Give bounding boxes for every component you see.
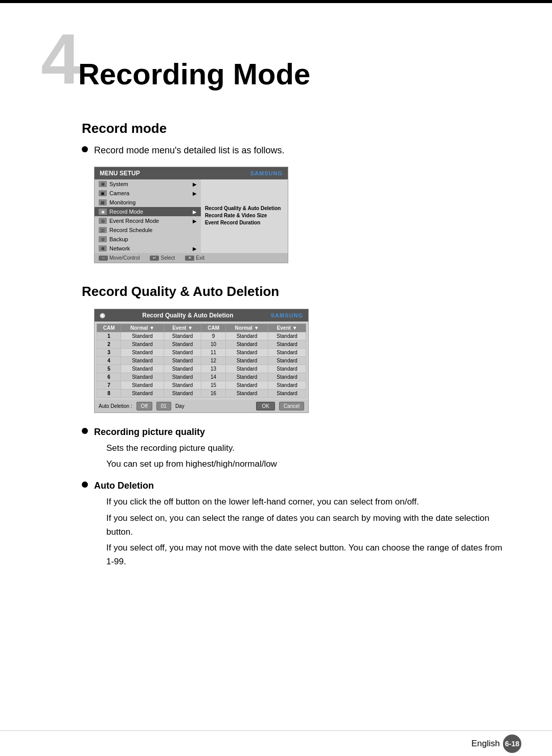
col-cam2: CAM (201, 324, 225, 332)
bullet-auto-line2: If you select on, you can select the ran… (106, 511, 511, 539)
table-row: 3 Standard Standard 11 Standard Standard (97, 349, 306, 357)
col-event1: Event ▼ (164, 324, 201, 332)
quality-footer: Auto Deletion : Off 01 Day OK Cancel (95, 400, 308, 413)
bullet-auto-line1: If you click the off button on the lower… (106, 495, 511, 509)
col-normal2: Normal ▼ (225, 324, 268, 332)
arrow-camera: ▶ (193, 191, 197, 196)
menu-item-record-mode: ◉ Record Mode ▶ (95, 207, 201, 216)
bullet-quality-content: Recording picture quality Sets the recor… (94, 425, 277, 471)
submenu-item-1: Record Quality & Auto Deletion (205, 205, 284, 211)
bullet-dot (82, 146, 88, 152)
quality-header: ◉ Record Quality & Auto Deletion SAMSUNG (95, 309, 308, 322)
col-event2: Event ▼ (268, 324, 306, 332)
table-row: 2 Standard Standard 10 Standard Standard (97, 340, 306, 349)
section1-title: Record mode (82, 121, 511, 136)
bullet-quality-line2: You can set up from highest/high/normal/… (106, 457, 277, 471)
menu-item-backup: ⊙ Backup (95, 235, 201, 244)
ok-button[interactable]: OK (256, 402, 274, 410)
bullet-dot-auto (82, 482, 88, 488)
page-info: English 6-18 (471, 735, 521, 753)
monitor-icon: ▤ (99, 199, 107, 205)
bullet-auto-line3: If you select off, you may not move with… (106, 541, 511, 568)
chapter-title: Recording Mode (78, 59, 310, 89)
bullet-auto-title: Auto Deletion (94, 479, 511, 493)
move-control-icon: ↔ (99, 256, 108, 261)
table-row: 8 Standard Standard 16 Standard Standard (97, 390, 306, 398)
arrow-network: ▶ (193, 246, 197, 251)
samsung-logo: SAMSUNG (250, 170, 283, 176)
col-cam1: CAM (97, 324, 121, 332)
submenu-item-2: Record Rate & Video Size (205, 213, 284, 218)
page-badge: 6-18 (503, 735, 521, 753)
cancel-button[interactable]: Cancel (279, 402, 304, 410)
quality-header-icon: ◉ (100, 312, 105, 319)
menu-item-network: ⊞ Network ▶ (95, 244, 201, 253)
event-record-icon: ◎ (99, 218, 107, 224)
menu-setup-screenshot: MENU SETUP SAMSUNG ⊞ System ▶ ▣ Camera ▶ (94, 167, 288, 263)
network-icon: ⊞ (99, 245, 107, 251)
bullet-quality-line1: Sets the recording picture quality. (106, 441, 277, 455)
quality-header-title: Record Quality & Auto Deletion (142, 312, 233, 319)
table-row: 4 Standard Standard 12 Standard Standard (97, 357, 306, 365)
schedule-icon: ◫ (99, 227, 107, 233)
footer-select: ↵ Select (150, 255, 175, 261)
table-row: 5 Standard Standard 13 Standard Standard (97, 365, 306, 373)
menu-item-system: ⊞ System ▶ (95, 179, 201, 189)
select-icon: ↵ (150, 256, 159, 261)
table-row: 6 Standard Standard 14 Standard Standard (97, 373, 306, 381)
col-normal1: Normal ▼ (121, 324, 164, 332)
menu-header-title: MENU SETUP (100, 170, 140, 177)
bullet-dot-quality (82, 428, 88, 434)
language-label: English (471, 739, 500, 749)
submenu-item-3: Event Record Duration (205, 220, 284, 225)
menu-left-panel: ⊞ System ▶ ▣ Camera ▶ ▤ Monitoring ◉ (95, 179, 201, 253)
arrow-record: ▶ (193, 209, 197, 215)
section-record-mode: Record mode Record mode menu's detailed … (82, 121, 511, 263)
arrow-event: ▶ (193, 218, 197, 224)
chapter-header: 4 Recording Mode (41, 24, 511, 100)
bullet-auto-deletion: Auto Deletion If you click the off butto… (82, 479, 511, 568)
exit-icon: ✕ (185, 256, 194, 261)
quality-table: CAM Normal ▼ Event ▼ CAM Normal ▼ Event … (95, 322, 308, 400)
menu-right-panel: Record Quality & Auto Deletion Record Ra… (201, 179, 288, 253)
table-header-row: CAM Normal ▼ Event ▼ CAM Normal ▼ Event … (97, 324, 306, 332)
table-row: 1 Standard Standard 9 Standard Standard (97, 332, 306, 340)
bullet-recording-quality: Recording picture quality Sets the recor… (82, 425, 511, 471)
quality-screenshot: ◉ Record Quality & Auto Deletion SAMSUNG… (94, 309, 309, 413)
day-label: Day (175, 403, 185, 409)
chapter-number: 4 (41, 24, 78, 95)
menu-body: ⊞ System ▶ ▣ Camera ▶ ▤ Monitoring ◉ (95, 179, 288, 253)
bullet-quality-title: Recording picture quality (94, 425, 277, 439)
section2-title: Record Quality & Auto Deletion (82, 284, 511, 300)
table-row: 7 Standard Standard 15 Standard Standard (97, 381, 306, 390)
menu-item-monitoring: ▤ Monitoring (95, 198, 201, 207)
section-record-quality: Record Quality & Auto Deletion ◉ Record … (82, 284, 511, 568)
camera-icon: ▣ (99, 190, 107, 196)
bullet-record-mode-text: Record mode menu's detailed list is as f… (94, 144, 285, 157)
footer-exit: ✕ Exit (185, 255, 204, 261)
bullet-record-mode-intro: Record mode menu's detailed list is as f… (82, 144, 511, 157)
quality-samsung-logo: SAMSUNG (271, 312, 303, 318)
backup-icon: ⊙ (99, 236, 107, 242)
arrow-system: ▶ (193, 181, 197, 187)
bullet-auto-content: Auto Deletion If you click the off butto… (94, 479, 511, 568)
day-value[interactable]: 01 (156, 402, 171, 410)
system-icon: ⊞ (99, 181, 107, 187)
menu-item-camera: ▣ Camera ▶ (95, 189, 201, 198)
record-mode-icon: ◉ (99, 209, 107, 215)
menu-item-event-record: ◎ Event Record Mode ▶ (95, 216, 201, 225)
menu-header: MENU SETUP SAMSUNG (95, 167, 288, 179)
menu-item-record-schedule: ◫ Record Schedule (95, 225, 201, 235)
bottom-bar: English 6-18 (0, 730, 552, 756)
menu-footer: ↔ Move/Control ↵ Select ✕ Exit (95, 253, 288, 263)
footer-move-control: ↔ Move/Control (99, 255, 140, 261)
off-button[interactable]: Off (136, 402, 152, 410)
auto-deletion-label: Auto Deletion : (99, 403, 132, 409)
